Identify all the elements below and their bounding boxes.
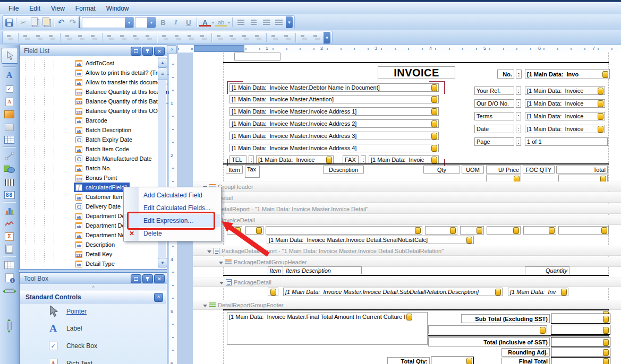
final-total-value[interactable] [551, 357, 610, 364]
bound-field[interactable]: [1 Main Data: Invoice Master.Invoice Det… [283, 288, 503, 296]
toolbox-item-pointer[interactable]: Pointer [44, 306, 87, 317]
bound-field[interactable]: [1 Main Data: Invoice [525, 112, 605, 120]
rounding-adj-label[interactable]: Rounding Adj. [501, 348, 550, 357]
bound-field[interactable]: [1 Main Data: Invoice Master.Debtor Name… [229, 83, 439, 92]
field-item[interactable]: abAddToCost [74, 58, 116, 68]
size-to-grid-icon[interactable] [117, 32, 129, 43]
send-to-back-icon[interactable] [311, 32, 322, 43]
align-middles-icon[interactable] [75, 32, 87, 43]
detail-cell[interactable] [268, 288, 278, 296]
copy-icon[interactable] [29, 17, 41, 28]
bound-field[interactable]: [1 Main Data: Invoice Master.Invoice Add… [229, 107, 439, 116]
total-inclusive-label[interactable]: Total (Inclusive of SST) [428, 337, 550, 346]
increase-vertical-spacing-icon[interactable] [227, 32, 239, 43]
colon-separator[interactable]: : [516, 137, 521, 146]
align-left-icon[interactable] [235, 17, 246, 28]
column-header[interactable]: Total [556, 166, 608, 174]
align-right-edges-icon[interactable] [46, 32, 58, 43]
field-item[interactable]: 123Detail Key [74, 249, 114, 259]
detail-cell[interactable] [266, 226, 422, 235]
band-groupheader[interactable]: GroupHeader [193, 181, 621, 192]
align-tops-icon[interactable] [63, 32, 74, 43]
total-qty-value[interactable] [431, 357, 474, 364]
italic-icon[interactable]: I [170, 17, 182, 28]
zipcode-tool-icon[interactable]: 88 [2, 189, 17, 201]
layout-toolbar-chevron-icon[interactable]: ▾ [324, 32, 330, 44]
field-item[interactable]: abDescription [74, 240, 116, 249]
colon-separator[interactable]: : [516, 125, 521, 133]
column-header[interactable]: Description [323, 166, 364, 174]
field-item[interactable]: abBatch Item Code [74, 144, 131, 154]
detail-cell[interactable] [425, 226, 457, 235]
band-detail[interactable]: Detail [193, 193, 621, 203]
pageinfo-tool-icon[interactable] [2, 272, 17, 284]
info-label[interactable]: No. [497, 70, 514, 79]
colon-separator[interactable]: : [516, 86, 521, 95]
bound-field[interactable]: [1 Main Data: Invoice Master.Attention] [229, 95, 439, 103]
collapse-triangle-icon[interactable] [219, 282, 224, 284]
final-total-label[interactable]: Final Total [501, 358, 550, 364]
font-color-icon[interactable]: A [199, 18, 211, 27]
field-item[interactable]: abBatch No. [74, 163, 113, 173]
equal-horizontal-spacing-icon[interactable] [159, 32, 171, 43]
collapse-panel-arrow-icon[interactable]: › [167, 45, 177, 54]
info-label[interactable]: Page [474, 137, 514, 146]
total-inclusive-value[interactable] [551, 337, 610, 347]
panel-close-icon[interactable]: ✕ [154, 274, 165, 283]
align-centers-icon[interactable] [33, 32, 45, 43]
colon-separator[interactable]: : [249, 155, 254, 164]
field-item[interactable]: abBarcode [74, 116, 109, 125]
panel-restore-icon[interactable] [131, 274, 141, 283]
decrease-horizontal-spacing-icon[interactable] [185, 32, 197, 43]
detail-cell[interactable] [460, 226, 484, 235]
bound-field[interactable]: [1 Main Data: Invoice [256, 155, 334, 164]
field-item[interactable]: abAllow to transfer this documen... [74, 77, 171, 87]
bound-field[interactable]: [1 Main Data: Invoice [525, 86, 605, 95]
bound-field[interactable]: [1 Main Data: Inv [508, 288, 568, 296]
tax-value[interactable] [551, 325, 610, 335]
bound-field[interactable]: [1 Main Data: Invoice [525, 125, 605, 133]
make-same-height-icon[interactable] [130, 32, 142, 43]
column-header[interactable]: Item [226, 166, 243, 174]
menu-format[interactable]: Format [70, 3, 101, 14]
subreport-tool-icon[interactable] [2, 259, 17, 271]
report-control-empty[interactable] [234, 53, 280, 60]
center-horizontally-icon[interactable] [269, 32, 280, 43]
crossband-tool-icon[interactable] [2, 319, 17, 332]
detail-cell[interactable] [523, 226, 556, 235]
make-same-width-icon[interactable] [105, 32, 116, 43]
table-tool-icon[interactable] [2, 134, 17, 146]
standard-controls-header[interactable]: Standard Controls ˄ [20, 291, 166, 304]
scrollbar-thumb[interactable]: ≡ [158, 67, 167, 80]
font-color-dropdown-icon[interactable]: ▾ [212, 20, 214, 25]
bound-field[interactable]: [1 Main Data: Invoice Master.Invoice Add… [229, 119, 439, 128]
redo-icon[interactable]: ↷ [67, 17, 79, 28]
subtotal-value[interactable] [551, 314, 610, 324]
panel-restore-icon[interactable] [131, 47, 141, 56]
sparkline-tool-icon[interactable] [2, 218, 17, 230]
column-header[interactable]: U/ Price [486, 166, 521, 174]
band-detailreport[interactable]: DetailReport - "1 Main Data: Invoice Mas… [193, 204, 621, 214]
highlight-dropdown-icon[interactable]: ▾ [228, 20, 230, 25]
column-header[interactable]: Qty [423, 166, 460, 174]
field-item[interactable]: abDetail Type [74, 259, 116, 268]
field-item[interactable]: 123Bonus Point [74, 173, 118, 183]
field-item[interactable]: 123Balance Quantity of this UOM [74, 106, 164, 116]
snap-to-grid-icon[interactable] [4, 32, 16, 43]
collapse-triangle-icon[interactable] [203, 305, 207, 307]
column-header[interactable]: FOC QTY [523, 166, 555, 174]
final-total-words-field[interactable]: [1 Main Data: Invoice Master.Final Total… [227, 312, 428, 345]
bound-field[interactable]: [1 Main Data: Invoice [525, 99, 605, 108]
panel-pin-icon[interactable] [142, 274, 153, 283]
align-bottoms-icon[interactable] [88, 32, 100, 43]
toolbox-collapse-strip[interactable]: ˄ [20, 284, 166, 290]
detail-cell[interactable] [487, 226, 521, 235]
scroll-down-icon[interactable]: ▼ [158, 258, 167, 267]
align-right-icon[interactable] [260, 17, 272, 28]
band-detailreportgroupfooter[interactable]: DetailReportGroupFooter [193, 300, 621, 310]
serial-no-field[interactable]: [1 Main Data: Invoice Master.Invoice Det… [267, 236, 474, 244]
scroll-up-icon[interactable]: ▲ [158, 58, 167, 67]
format-toolbar-chevron-icon[interactable]: ▾ [286, 16, 293, 28]
remove-horizontal-spacing-icon[interactable] [198, 32, 209, 43]
line-tool-icon[interactable] [2, 150, 17, 162]
